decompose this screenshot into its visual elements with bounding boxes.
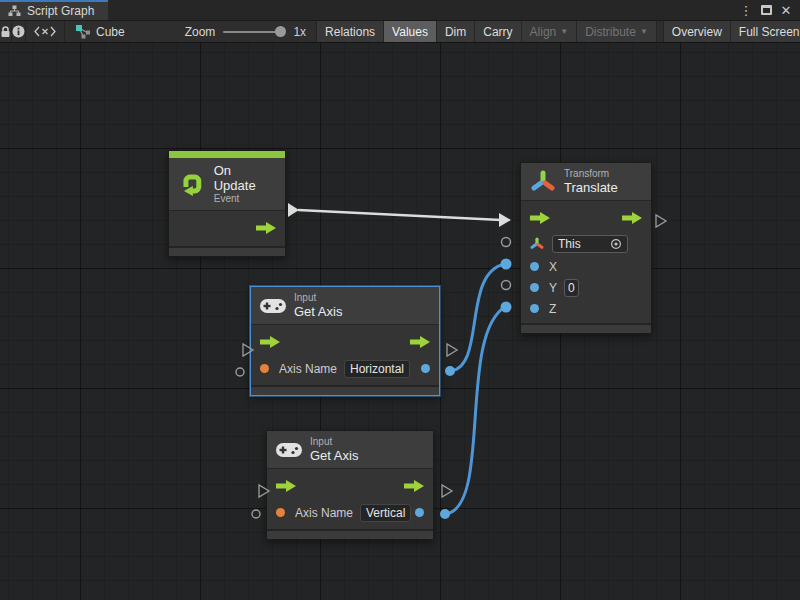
x-input-port[interactable] <box>530 262 539 271</box>
axis-name-label: Axis Name <box>279 362 337 376</box>
y-port-label: Y <box>549 281 557 295</box>
graph-toolbar: Cube Zoom 1x Relations Values Dim Carry … <box>0 21 800 43</box>
relations-button[interactable]: Relations <box>317 21 384 42</box>
node-on-update[interactable]: On Update Event <box>168 150 286 257</box>
graph-target-label: Cube <box>96 25 125 39</box>
full-screen-button[interactable]: Full Screen <box>731 21 800 42</box>
info-icon <box>12 25 25 38</box>
node-footer <box>251 385 439 395</box>
toolbar-commands: Relations Values Dim Carry Align▼ Distri… <box>316 21 800 42</box>
axis-name-field[interactable]: Vertical <box>360 504 411 522</box>
x-port-label: X <box>549 260 557 274</box>
node-get-axis-vertical[interactable]: Input Get Axis Axis Name Vertical <box>266 430 434 540</box>
window-menu-icon[interactable]: ⋮ <box>738 2 754 18</box>
axis-name-field[interactable]: Horizontal <box>344 360 410 378</box>
node-title: Get Axis <box>294 304 342 319</box>
dim-button[interactable]: Dim <box>437 21 475 42</box>
script-graph-window: Script Graph ⋮ ✕ <box>0 0 800 600</box>
y-input-port[interactable] <box>530 283 539 292</box>
transform-mini-icon <box>530 237 544 251</box>
chevron-down-icon: ▼ <box>640 28 648 36</box>
node-subtitle: Event <box>214 193 276 205</box>
axis-name-port[interactable] <box>260 364 269 373</box>
flow-out-port[interactable] <box>404 480 424 492</box>
node-subtitle: Input <box>294 292 342 304</box>
node-title: Get Axis <box>310 448 358 463</box>
node-get-axis-horizontal[interactable]: Input Get Axis Axis Name Horizontal <box>250 286 440 396</box>
node-title: On Update <box>214 163 276 193</box>
z-input-port[interactable] <box>530 304 539 313</box>
node-translate[interactable]: Transform Translate This <box>520 162 652 334</box>
axis-name-port[interactable] <box>276 508 285 517</box>
maximize-icon[interactable] <box>758 2 774 18</box>
flow-out-port[interactable] <box>622 212 642 224</box>
tab-bar: Script Graph ⋮ ✕ <box>0 0 800 21</box>
overview-button[interactable]: Overview <box>663 21 731 42</box>
carry-button[interactable]: Carry <box>475 21 521 42</box>
zoom-slider[interactable] <box>223 31 285 33</box>
window-controls: ⋮ ✕ <box>738 0 800 20</box>
lock-icon <box>0 26 11 38</box>
flow-out-port[interactable] <box>410 336 430 348</box>
values-button[interactable]: Values <box>384 21 437 42</box>
graph-target-icon <box>75 24 91 39</box>
node-footer <box>169 246 285 256</box>
this-object-field[interactable]: This <box>552 235 628 253</box>
graph-icon <box>8 5 21 17</box>
distribute-dropdown[interactable]: Distribute▼ <box>577 21 657 42</box>
gamepad-icon <box>260 297 286 314</box>
z-port-label: Z <box>549 302 556 316</box>
lock-button[interactable] <box>0 21 12 42</box>
on-update-icon <box>178 170 206 198</box>
align-dropdown[interactable]: Align▼ <box>522 21 578 42</box>
zoom-label: Zoom <box>185 25 216 39</box>
info-button[interactable] <box>12 21 26 42</box>
code-icon <box>34 26 56 37</box>
flow-in-port[interactable] <box>260 336 280 348</box>
zoom-value: 1x <box>293 25 306 39</box>
close-icon[interactable]: ✕ <box>778 2 794 18</box>
event-color-bar <box>169 151 285 158</box>
node-footer <box>267 529 433 539</box>
tab-label: Script Graph <box>27 4 94 18</box>
gamepad-icon <box>276 441 302 458</box>
node-subtitle: Transform <box>564 168 618 180</box>
node-title: Translate <box>564 180 618 195</box>
flow-in-port[interactable] <box>276 480 296 492</box>
chevron-down-icon: ▼ <box>560 28 568 36</box>
preview-code-button[interactable] <box>26 21 65 42</box>
graph-target-button[interactable]: Cube <box>65 21 135 42</box>
transform-icon <box>530 169 556 195</box>
axis-name-label: Axis Name <box>295 506 353 520</box>
y-value-field[interactable]: 0 <box>564 279 579 297</box>
flow-out-port[interactable] <box>256 222 276 234</box>
axis-value-out-port[interactable] <box>415 508 424 517</box>
flow-in-port[interactable] <box>530 212 550 224</box>
zoom-control: Zoom 1x <box>175 21 316 42</box>
node-footer <box>521 323 651 333</box>
axis-value-out-port[interactable] <box>421 364 430 373</box>
object-picker-icon[interactable] <box>610 238 622 250</box>
zoom-slider-knob[interactable] <box>275 26 286 37</box>
tab-script-graph[interactable]: Script Graph <box>0 0 108 20</box>
node-subtitle: Input <box>310 436 358 448</box>
